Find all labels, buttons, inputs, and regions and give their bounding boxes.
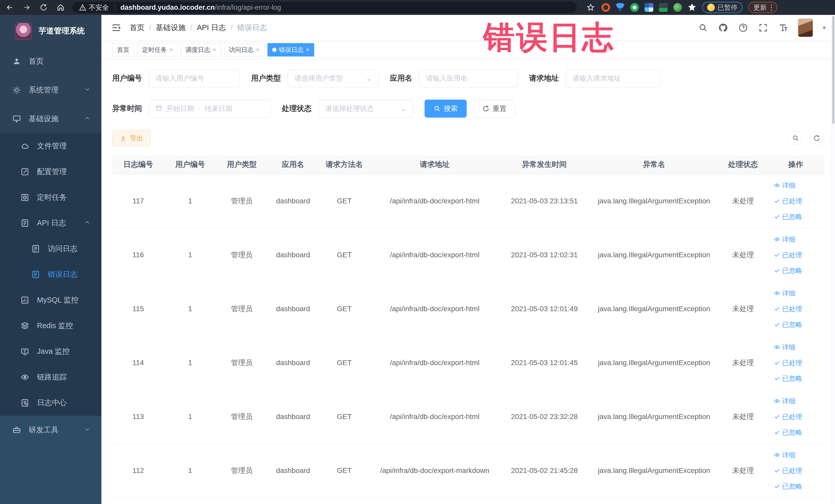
export-button[interactable]: 导出 <box>112 130 151 146</box>
filter-row-1: 用户编号 用户类型 请选择用户类型⌄ 应用名 请求地址 <box>112 69 824 87</box>
scrollbar-thumb[interactable] <box>832 16 834 124</box>
browser-back-icon[interactable] <box>5 2 15 13</box>
tab-access-log[interactable]: 访问日志× <box>224 43 264 57</box>
sidebar-item-log-center[interactable]: 日志中心 <box>0 390 101 416</box>
app-name-input[interactable] <box>426 75 511 82</box>
text-size-icon[interactable] <box>778 23 788 33</box>
sidebar-item-access-log[interactable]: 访问日志 <box>0 236 101 262</box>
sidebar-item-scheduled-jobs[interactable]: 定时任务 <box>0 185 101 210</box>
breadcrumb-separator: / <box>230 24 232 32</box>
breadcrumb-api-log[interactable]: API 日志 <box>197 23 226 33</box>
reset-button[interactable]: 重置 <box>473 100 515 118</box>
hamburger-icon[interactable] <box>110 22 122 33</box>
document-icon <box>31 270 40 279</box>
help-icon[interactable] <box>738 23 748 33</box>
fullscreen-icon[interactable] <box>758 23 768 33</box>
sidebar-item-file-mgmt[interactable]: 文件管理 <box>0 133 101 159</box>
mark-processed-link[interactable]: 已处理 <box>774 304 802 314</box>
cell-app: dashboard <box>267 282 319 336</box>
process-status-select[interactable]: 请选择处理状态⌄ <box>318 100 413 118</box>
close-icon[interactable]: × <box>169 46 173 53</box>
breadcrumb-infrastructure[interactable]: 基础设施 <box>156 23 186 33</box>
mark-ignored-link[interactable]: 已忽略 <box>774 428 802 437</box>
mark-processed-link[interactable]: 已处理 <box>774 358 802 367</box>
extension-icon[interactable] <box>688 3 696 12</box>
profile-paused-badge[interactable]: 已暂停 <box>702 2 742 13</box>
extension-icon[interactable] <box>602 3 610 12</box>
mark-ignored-link[interactable]: 已忽略 <box>774 212 802 221</box>
toggle-search-button[interactable] <box>788 131 803 146</box>
mark-ignored-link[interactable]: 已忽略 <box>774 482 802 491</box>
tab-label: 定时任务 <box>142 46 167 54</box>
user-id-input[interactable] <box>156 75 233 82</box>
cell-log-id: 112 <box>112 444 164 498</box>
sidebar-item-label: Redis 监控 <box>37 321 101 331</box>
close-icon[interactable]: × <box>213 46 216 53</box>
browser-menu-icon[interactable] <box>771 4 772 11</box>
refresh-table-button[interactable] <box>809 131 824 146</box>
sidebar-item-infrastructure[interactable]: 基础设施 <box>0 104 101 133</box>
security-warning[interactable]: 不安全 <box>79 3 109 12</box>
sidebar-item-home[interactable]: 首页 <box>0 47 101 76</box>
sidebar-item-api-log[interactable]: API 日志 <box>0 210 101 236</box>
tab-error-log[interactable]: 错误日志× <box>267 43 314 57</box>
detail-link[interactable]: 详细 <box>774 450 795 460</box>
sidebar-item-dev-tools[interactable]: 研发工具 <box>0 416 101 444</box>
mark-processed-link[interactable]: 已处理 <box>774 250 802 260</box>
tab-scheduled-jobs[interactable]: 定时任务× <box>137 43 178 57</box>
breadcrumb-home[interactable]: 首页 <box>130 23 144 33</box>
mark-processed-link[interactable]: 已处理 <box>774 412 802 421</box>
search-icon[interactable] <box>698 23 708 33</box>
browser-reload-icon[interactable] <box>39 2 49 13</box>
extension-icon[interactable] <box>616 3 625 12</box>
chevron-up-icon <box>84 219 90 227</box>
detail-link[interactable]: 详细 <box>774 289 795 298</box>
check-icon <box>774 414 780 420</box>
mark-processed-link[interactable]: 已处理 <box>774 466 802 475</box>
sidebar-item-trace[interactable]: 链路追踪 <box>0 364 101 390</box>
cell-app: dashboard <box>267 336 319 390</box>
github-icon[interactable] <box>718 23 728 33</box>
search-button[interactable]: 搜索 <box>425 100 467 118</box>
sidebar-item-redis-monitor[interactable]: Redis 监控 <box>0 313 101 339</box>
extension-icon[interactable] <box>659 3 668 12</box>
close-icon[interactable]: × <box>306 46 309 53</box>
detail-link[interactable]: 详细 <box>774 181 795 190</box>
tab-job-log[interactable]: 调度日志× <box>181 43 221 57</box>
sidebar-item-label: Java 监控 <box>37 346 101 357</box>
error-log-table: 日志编号 用户编号 用户类型 应用名 请求方法名 请求地址 异常发生时间 异常名… <box>112 155 824 498</box>
sidebar-item-java-monitor[interactable]: Java 监控 <box>0 339 101 364</box>
sidebar-item-mysql-monitor[interactable]: MySQL 监控 <box>0 287 101 313</box>
mark-ignored-link[interactable]: 已忽略 <box>774 320 802 329</box>
col-status: 处理状态 <box>719 155 767 174</box>
cell-log-id: 114 <box>112 336 164 390</box>
tab-home[interactable]: 首页 <box>112 43 134 57</box>
exception-time-range-picker[interactable]: 开始日期 - 结束日期 <box>149 100 270 118</box>
user-avatar[interactable] <box>798 19 813 37</box>
mark-ignored-link[interactable]: 已忽略 <box>774 266 802 275</box>
mark-ignored-link[interactable]: 已忽略 <box>774 374 802 383</box>
user-type-select[interactable]: 请选择用户类型⌄ <box>287 69 379 87</box>
bookmark-star-icon[interactable] <box>586 2 596 13</box>
extension-icon[interactable] <box>673 3 682 12</box>
sidebar-item-system-mgmt[interactable]: 系统管理 <box>0 76 101 104</box>
detail-link[interactable]: 详细 <box>774 397 795 406</box>
page-scrollbar[interactable] <box>831 15 835 504</box>
sidebar-item-config-mgmt[interactable]: 配置管理 <box>0 159 101 185</box>
browser-forward-icon[interactable] <box>22 2 32 13</box>
eye-icon <box>774 398 780 404</box>
close-icon[interactable]: × <box>256 46 260 53</box>
sidebar-item-error-log[interactable]: 错误日志 <box>0 262 101 287</box>
detail-link[interactable]: 详细 <box>774 343 795 352</box>
tab-label: 首页 <box>117 46 129 54</box>
browser-home-icon[interactable] <box>56 2 66 13</box>
mark-processed-link[interactable]: 已处理 <box>774 197 802 206</box>
extension-icon[interactable] <box>630 3 639 12</box>
sidebar-logo[interactable]: 芋道管理系统 <box>0 15 101 47</box>
browser-update-button[interactable]: 更新 <box>748 2 777 13</box>
extension-icon[interactable] <box>645 3 653 12</box>
request-url-input[interactable] <box>572 75 653 82</box>
detail-link[interactable]: 详细 <box>774 235 795 244</box>
address-bar[interactable]: 不安全 dashboard.yudao.iocoder.cn/infra/log… <box>73 2 577 13</box>
avatar-caret-down-icon[interactable]: ▾ <box>823 24 826 31</box>
